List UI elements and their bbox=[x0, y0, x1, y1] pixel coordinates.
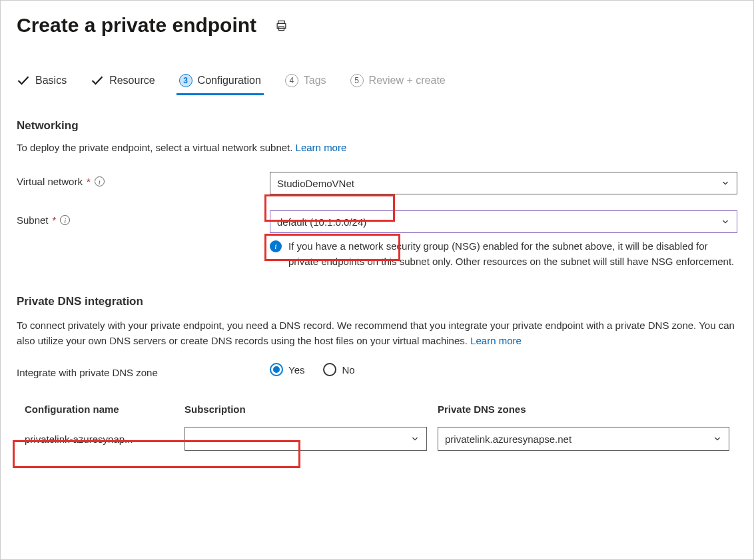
dns-intro: To connect privately with your private e… bbox=[17, 318, 737, 349]
vnet-value: StudioDemoVNet bbox=[277, 178, 354, 189]
required-asterisk: * bbox=[87, 176, 91, 187]
vnet-label: Virtual network bbox=[17, 176, 83, 187]
private-dns-zone-value: privatelink.azuresynapse.net bbox=[445, 433, 571, 445]
info-icon[interactable]: i bbox=[60, 215, 70, 225]
chevron-down-icon bbox=[713, 434, 722, 443]
section-dns-heading: Private DNS integration bbox=[17, 295, 737, 308]
section-networking-heading: Networking bbox=[17, 119, 737, 133]
subnet-value: default (10.1.0.0/24) bbox=[277, 216, 366, 228]
print-icon[interactable] bbox=[275, 19, 288, 32]
networking-intro-text: To deploy the private endpoint, select a… bbox=[17, 142, 296, 153]
subnet-dropdown[interactable]: default (10.1.0.0/24) bbox=[270, 210, 737, 233]
page-title: Create a private endpoint bbox=[17, 14, 256, 37]
chevron-down-icon bbox=[721, 178, 730, 188]
networking-learn-more-link[interactable]: Learn more bbox=[296, 142, 347, 153]
table-row: privatelink-azuresynap... privatelink.az… bbox=[17, 420, 737, 457]
tab-label: Configuration bbox=[198, 75, 261, 87]
vnet-dropdown[interactable]: StudioDemoVNet bbox=[270, 172, 737, 194]
dns-learn-more-link[interactable]: Learn more bbox=[470, 335, 522, 346]
step-number: 4 bbox=[285, 74, 298, 87]
tab-label: Resource bbox=[109, 75, 155, 87]
tab-label: Tags bbox=[304, 75, 326, 87]
radio-yes-label: Yes bbox=[288, 364, 304, 376]
cell-configuration-name: privatelink-azuresynap... bbox=[25, 433, 185, 445]
chevron-down-icon bbox=[410, 434, 420, 443]
subscription-dropdown[interactable] bbox=[185, 427, 427, 451]
col-header-configuration-name: Configuration name bbox=[25, 404, 185, 415]
subnet-label: Subnet bbox=[17, 214, 49, 226]
step-number: 3 bbox=[179, 74, 192, 87]
info-icon: i bbox=[270, 240, 282, 252]
private-dns-zone-dropdown[interactable]: privatelink.azuresynapse.net bbox=[438, 427, 729, 451]
required-asterisk: * bbox=[53, 214, 57, 226]
wizard-tabs: Basics Resource 3 Configuration 4 Tags 5… bbox=[17, 74, 737, 94]
col-header-subscription: Subscription bbox=[185, 404, 438, 415]
tab-tags[interactable]: 4 Tags bbox=[285, 74, 326, 94]
step-number: 5 bbox=[350, 74, 364, 87]
col-header-private-dns-zones: Private DNS zones bbox=[438, 404, 729, 415]
nsg-note: If you have a network security group (NS… bbox=[288, 238, 737, 270]
radio-no-label: No bbox=[342, 364, 354, 376]
info-icon[interactable]: i bbox=[95, 176, 105, 186]
check-icon bbox=[17, 74, 30, 87]
radio-yes[interactable]: Yes bbox=[270, 363, 304, 376]
active-underline bbox=[177, 93, 264, 95]
radio-no[interactable]: No bbox=[323, 363, 354, 376]
chevron-down-icon bbox=[721, 217, 730, 226]
tab-basics[interactable]: Basics bbox=[17, 74, 67, 94]
tab-configuration[interactable]: 3 Configuration bbox=[179, 74, 261, 94]
integrate-dns-label: Integrate with private DNS zone bbox=[17, 367, 158, 378]
check-icon bbox=[91, 74, 104, 87]
tab-review-create[interactable]: 5 Review + create bbox=[350, 74, 446, 94]
tab-label: Review + create bbox=[369, 75, 446, 87]
dns-zones-table: Configuration name Subscription Private … bbox=[17, 398, 737, 457]
dns-intro-text: To connect privately with your private e… bbox=[17, 320, 735, 346]
networking-intro: To deploy the private endpoint, select a… bbox=[17, 142, 737, 153]
tab-resource[interactable]: Resource bbox=[91, 74, 155, 94]
tab-label: Basics bbox=[35, 75, 67, 87]
